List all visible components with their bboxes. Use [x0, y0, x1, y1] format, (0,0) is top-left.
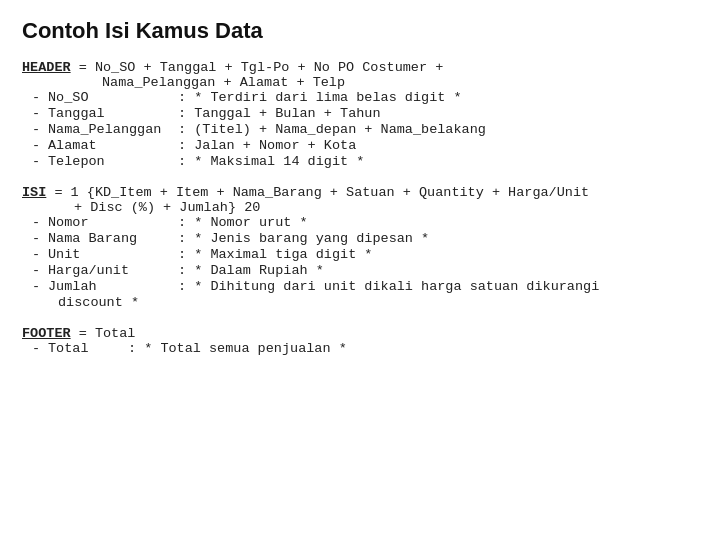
item-value: : * Jenis barang yang dipesan *: [178, 231, 429, 246]
item-key: Tanggal: [48, 106, 178, 121]
item-key: Harga/unit: [48, 263, 178, 278]
dash-icon: -: [32, 215, 46, 230]
isi-items: - Nomor : * Nomor urut * - Nama Barang :…: [32, 215, 698, 310]
item-key: Telepon: [48, 154, 178, 169]
item-value: : * Nomor urut *: [178, 215, 308, 230]
dash-icon: -: [32, 106, 46, 121]
item-value: : * Total semua penjualan *: [128, 341, 347, 356]
list-item: - Tanggal : Tanggal + Bulan + Tahun: [32, 106, 698, 121]
header-intro1: = No_SO + Tanggal + Tgl-Po + No PO Costu…: [71, 60, 444, 75]
item-value: : * Terdiri dari lima belas digit *: [178, 90, 462, 105]
item-value: : Jalan + Nomor + Kota: [178, 138, 356, 153]
dash-icon: -: [32, 263, 46, 278]
item-key: Nama Barang: [48, 231, 178, 246]
isi-item-extra: discount *: [58, 295, 698, 310]
list-item: - Nama Barang : * Jenis barang yang dipe…: [32, 231, 698, 246]
item-value: : (Titel) + Nama_depan + Nama_belakang: [178, 122, 486, 137]
header-items: - No_SO : * Terdiri dari lima belas digi…: [32, 90, 698, 169]
list-item: - Jumlah : * Dihitung dari unit dikali h…: [32, 279, 698, 294]
item-key: Unit: [48, 247, 178, 262]
isi-intro-line1: ISI = 1 {KD_Item + Item + Nama_Barang + …: [22, 185, 698, 200]
list-item: - Nomor : * Nomor urut *: [32, 215, 698, 230]
item-key: No_SO: [48, 90, 178, 105]
list-item: - Alamat : Jalan + Nomor + Kota: [32, 138, 698, 153]
footer-items: - Total : * Total semua penjualan *: [32, 341, 698, 356]
dash-icon: -: [32, 341, 46, 356]
list-item: - No_SO : * Terdiri dari lima belas digi…: [32, 90, 698, 105]
item-value: : * Maximal tiga digit *: [178, 247, 372, 262]
footer-intro: = Total: [71, 326, 136, 341]
isi-label: ISI: [22, 185, 46, 200]
header-intro-line1: HEADER = No_SO + Tanggal + Tgl-Po + No P…: [22, 60, 698, 75]
page-title: Contoh Isi Kamus Data: [22, 18, 698, 44]
item-key: Total: [48, 341, 128, 356]
dash-icon: -: [32, 138, 46, 153]
item-key: Nama_Pelanggan: [48, 122, 178, 137]
header-intro-line2: Nama_Pelanggan + Alamat + Telp: [102, 75, 698, 90]
footer-label: FOOTER: [22, 326, 71, 341]
list-item: - Unit : * Maximal tiga digit *: [32, 247, 698, 262]
list-item: - Total : * Total semua penjualan *: [32, 341, 698, 356]
item-key: Nomor: [48, 215, 178, 230]
dash-icon: -: [32, 247, 46, 262]
item-key: Alamat: [48, 138, 178, 153]
item-value: : * Dihitung dari unit dikali harga satu…: [178, 279, 599, 294]
dash-icon: -: [32, 154, 46, 169]
dash-icon: -: [32, 279, 46, 294]
isi-intro-line2: + Disc (%) + Jumlah} 20: [74, 200, 698, 215]
header-section: HEADER = No_SO + Tanggal + Tgl-Po + No P…: [22, 60, 698, 169]
item-value: : * Dalam Rupiah *: [178, 263, 324, 278]
item-key: Jumlah: [48, 279, 178, 294]
dash-icon: -: [32, 90, 46, 105]
isi-intro1: = 1 {KD_Item + Item + Nama_Barang + Satu…: [46, 185, 589, 200]
list-item: - Telepon : * Maksimal 14 digit *: [32, 154, 698, 169]
isi-section: ISI = 1 {KD_Item + Item + Nama_Barang + …: [22, 185, 698, 310]
dash-icon: -: [32, 231, 46, 246]
header-label: HEADER: [22, 60, 71, 75]
footer-intro-line: FOOTER = Total: [22, 326, 698, 341]
list-item: - Nama_Pelanggan : (Titel) + Nama_depan …: [32, 122, 698, 137]
dash-icon: -: [32, 122, 46, 137]
footer-section: FOOTER = Total - Total : * Total semua p…: [22, 326, 698, 356]
item-value: : * Maksimal 14 digit *: [178, 154, 364, 169]
item-value: : Tanggal + Bulan + Tahun: [178, 106, 381, 121]
list-item: - Harga/unit : * Dalam Rupiah *: [32, 263, 698, 278]
